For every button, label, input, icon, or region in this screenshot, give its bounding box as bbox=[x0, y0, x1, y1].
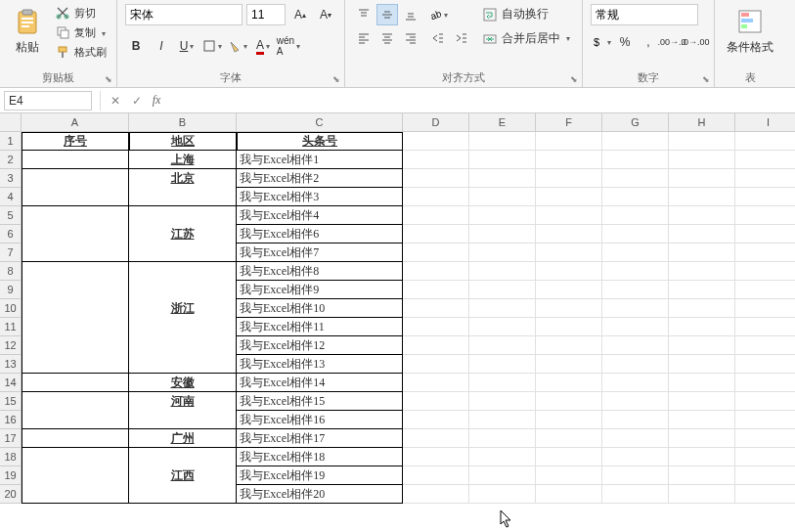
cell[interactable] bbox=[669, 188, 735, 206]
cell[interactable] bbox=[22, 206, 129, 225]
cell[interactable] bbox=[469, 169, 536, 188]
cell[interactable] bbox=[129, 355, 237, 374]
cell[interactable] bbox=[735, 318, 795, 336]
underline-button[interactable]: U bbox=[176, 35, 198, 57]
cell[interactable]: 上海 bbox=[129, 151, 237, 169]
format-painter-button[interactable]: 格式刷 bbox=[53, 43, 109, 61]
cell[interactable] bbox=[735, 355, 795, 374]
fill-color-button[interactable] bbox=[227, 35, 248, 57]
cell[interactable] bbox=[129, 188, 237, 206]
cell[interactable] bbox=[602, 355, 669, 374]
cell[interactable] bbox=[602, 392, 669, 411]
cell[interactable]: 浙江 bbox=[129, 299, 237, 318]
align-bottom-button[interactable] bbox=[400, 4, 421, 25]
spreadsheet-grid[interactable]: ABCDEFGHI1序号地区头条号2上海我与Excel相伴13北京我与Excel… bbox=[0, 113, 795, 504]
cell[interactable] bbox=[22, 151, 129, 169]
cell[interactable] bbox=[22, 281, 129, 299]
cell[interactable] bbox=[536, 206, 602, 225]
cell[interactable]: 我与Excel相伴14 bbox=[237, 374, 403, 392]
cell[interactable] bbox=[22, 188, 129, 206]
number-format-select[interactable] bbox=[591, 4, 698, 25]
row-header[interactable]: 14 bbox=[0, 374, 22, 392]
cell[interactable] bbox=[469, 281, 536, 299]
cell[interactable] bbox=[403, 244, 469, 262]
cell[interactable] bbox=[469, 411, 536, 429]
cell[interactable] bbox=[735, 132, 795, 151]
cell[interactable] bbox=[403, 262, 469, 281]
cell[interactable]: 我与Excel相伴3 bbox=[237, 188, 403, 206]
align-left-button[interactable] bbox=[353, 27, 375, 49]
cell[interactable]: 我与Excel相伴4 bbox=[237, 206, 403, 225]
cell[interactable]: 我与Excel相伴8 bbox=[237, 262, 403, 281]
row-header[interactable]: 18 bbox=[0, 448, 22, 466]
cell[interactable] bbox=[536, 151, 602, 169]
orientation-button[interactable]: ab bbox=[427, 4, 449, 25]
cell[interactable]: 我与Excel相伴11 bbox=[237, 318, 403, 336]
cell[interactable] bbox=[403, 151, 469, 169]
cell[interactable]: 河南 bbox=[129, 392, 237, 411]
cancel-formula-button[interactable]: ✕ bbox=[105, 91, 126, 111]
cell[interactable] bbox=[669, 169, 735, 188]
cell[interactable] bbox=[536, 169, 602, 188]
row-header[interactable]: 3 bbox=[0, 169, 22, 188]
cell[interactable] bbox=[22, 411, 129, 429]
cell[interactable] bbox=[469, 188, 536, 206]
cell[interactable] bbox=[669, 336, 735, 355]
cell[interactable]: 我与Excel相伴6 bbox=[237, 225, 403, 244]
number-expand-icon[interactable]: ⬊ bbox=[700, 73, 712, 85]
cell[interactable] bbox=[403, 281, 469, 299]
row-header[interactable]: 4 bbox=[0, 188, 22, 206]
cell[interactable] bbox=[602, 466, 669, 485]
cell[interactable] bbox=[669, 466, 735, 485]
col-header[interactable]: C bbox=[237, 113, 403, 132]
cell[interactable] bbox=[22, 262, 129, 281]
cell[interactable]: 我与Excel相伴16 bbox=[237, 411, 403, 429]
cell[interactable]: 我与Excel相伴18 bbox=[237, 448, 403, 466]
cell[interactable] bbox=[536, 466, 602, 485]
cell[interactable]: 我与Excel相伴17 bbox=[237, 429, 403, 448]
cell[interactable] bbox=[735, 392, 795, 411]
fx-button[interactable]: fx bbox=[148, 91, 169, 111]
phonetic-button[interactable]: wénA bbox=[278, 35, 299, 57]
cell[interactable] bbox=[403, 188, 469, 206]
col-header[interactable]: E bbox=[469, 113, 536, 132]
clipboard-expand-icon[interactable]: ⬊ bbox=[103, 73, 114, 85]
cell[interactable] bbox=[669, 318, 735, 336]
cell[interactable] bbox=[669, 206, 735, 225]
cell[interactable] bbox=[129, 411, 237, 429]
cell[interactable]: 序号 bbox=[22, 132, 129, 151]
cell[interactable]: 我与Excel相伴20 bbox=[237, 485, 403, 504]
cell[interactable] bbox=[669, 299, 735, 318]
cell[interactable] bbox=[669, 448, 735, 466]
row-header[interactable]: 9 bbox=[0, 281, 22, 299]
cell[interactable] bbox=[602, 336, 669, 355]
col-header[interactable]: G bbox=[602, 113, 669, 132]
cell[interactable] bbox=[735, 281, 795, 299]
cell[interactable] bbox=[536, 318, 602, 336]
cell[interactable] bbox=[735, 374, 795, 392]
cell[interactable] bbox=[22, 244, 129, 262]
row-header[interactable]: 20 bbox=[0, 485, 22, 504]
cell[interactable] bbox=[735, 244, 795, 262]
row-header[interactable]: 13 bbox=[0, 355, 22, 374]
cell[interactable] bbox=[469, 466, 536, 485]
cell[interactable] bbox=[669, 355, 735, 374]
cell[interactable] bbox=[536, 188, 602, 206]
row-header[interactable]: 15 bbox=[0, 392, 22, 411]
cell[interactable] bbox=[536, 281, 602, 299]
cell[interactable] bbox=[536, 411, 602, 429]
conditional-format-button[interactable]: 条件格式 bbox=[723, 4, 777, 58]
row-header[interactable]: 8 bbox=[0, 262, 22, 281]
cell[interactable] bbox=[669, 281, 735, 299]
align-top-button[interactable] bbox=[353, 4, 375, 25]
cell[interactable] bbox=[129, 485, 237, 504]
cell[interactable] bbox=[536, 392, 602, 411]
row-header[interactable]: 6 bbox=[0, 225, 22, 244]
formula-input[interactable] bbox=[169, 91, 795, 111]
name-box[interactable]: E4 bbox=[4, 91, 92, 111]
cell[interactable] bbox=[536, 336, 602, 355]
cell[interactable]: 北京 bbox=[129, 169, 237, 188]
cell[interactable]: 我与Excel相伴1 bbox=[237, 151, 403, 169]
cell[interactable] bbox=[602, 225, 669, 244]
cell[interactable] bbox=[735, 448, 795, 466]
